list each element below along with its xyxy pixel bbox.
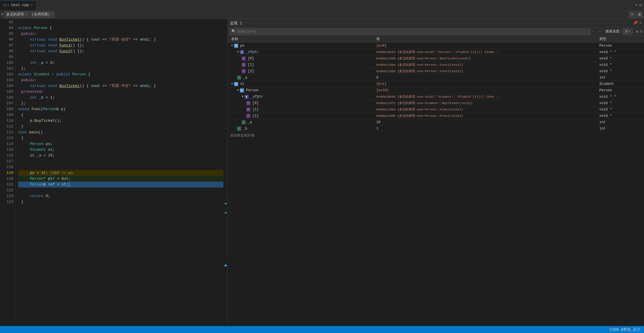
- code-line-93: [18, 19, 223, 25]
- nav-back[interactable]: ←: [593, 29, 595, 34]
- watch-row-ps[interactable]: P ps {a=0} Person: [228, 43, 644, 49]
- watch-cell-ps-type: Person: [598, 43, 642, 48]
- watch-cell-ps-vfptr-2-name: ⬡ [2]: [230, 69, 375, 74]
- toolbar-row: ⊞ 多态的原理 ▾ (全局范围) ▾ + ⚙: [0, 10, 644, 19]
- watch-row-ps-vfptr-2[interactable]: ⬡ [2] 0x00a11505 {多态的原理.exe!Person::Func…: [228, 68, 644, 74]
- watch-cell-st-b-value: 1: [375, 126, 598, 131]
- code-line-102: ⊟class Student : public Person {: [18, 72, 223, 77]
- watch-row-ps-vfptr-1[interactable]: ⬡ [1] 0x00a1150a {多态的原理.exe!Person::Func…: [228, 62, 644, 68]
- st-expand[interactable]: [231, 82, 233, 85]
- col-name: 名称: [230, 37, 375, 41]
- code-content[interactable]: ⊟class Person { public: virtual void Buy…: [16, 19, 223, 326]
- watch-cell-st-a-name: i _a: [230, 120, 375, 125]
- watch-cell-st-person-value: {a=10}: [375, 88, 598, 93]
- watch-row-st-vfptr[interactable]: ⧫ _vfptr 0x00a19b48 {多态的原理.exe!void(* St…: [228, 94, 644, 100]
- watch-cell-ps-vfptr-2-value: 0x00a11505 {多态的原理.exe!Person::Func2(void…: [375, 68, 598, 74]
- settings-btn[interactable]: ⚙: [636, 11, 643, 18]
- code-line-115: Student st;: [18, 147, 223, 153]
- watch-toolbar: 🔍 ← → 搜索深度: 3 ▾ ⊞ ⊟: [228, 28, 644, 36]
- ln-106: 106: [0, 95, 13, 101]
- editor-pane: 93 94 95 96 97 98 99 100 101 102 103 104…: [0, 19, 228, 326]
- code-line-117: [18, 159, 223, 164]
- tab-settings-icon[interactable]: ⚙: [639, 3, 642, 8]
- main-content: 93 94 95 96 97 98 99 100 101 102 103 104…: [0, 19, 644, 326]
- code-line-114: Person ps;: [18, 141, 223, 147]
- timing-hint: 已耗时 <= 1ms: [50, 170, 73, 176]
- code-line-112: ⊟int main(): [18, 130, 223, 135]
- ln-123: 123: [0, 193, 13, 199]
- watch-cell-st-vfptr-0-value: 0x00a114f1 {多态的原理.exe!Student::BuyTicket…: [375, 100, 598, 106]
- code-line-109: {: [18, 112, 223, 118]
- watch-cell-st-value: {b=1}: [375, 81, 598, 87]
- nav-fwd[interactable]: →: [598, 29, 601, 34]
- tab-test-cpp[interactable]: C++ test.cpp ×: [0, 0, 37, 10]
- code-line-124: }: [18, 199, 223, 205]
- st-idx-icon-0: ⬡: [246, 101, 250, 105]
- ps-vfptr-2-name: [2]: [248, 69, 254, 73]
- watch-icon-2[interactable]: ⊟: [640, 29, 642, 34]
- code-line-105: protected:: [18, 89, 223, 95]
- watch-row-ps-vfptr-0[interactable]: ⬡ [0] 0x00a11500 {多态的原理.exe!Person::BuyT…: [228, 55, 644, 62]
- ln-95: 95: [0, 31, 13, 37]
- search-icon: 🔍: [231, 29, 236, 34]
- watch-row-st-vfptr-2[interactable]: ⬡ [2] 0x00a11505 {多态的原理.exe!Person::Func…: [228, 113, 644, 119]
- global-scope-dropdown[interactable]: (全局范围) ▾: [30, 11, 55, 18]
- watch-cell-st-vfptr-name: ⧫ _vfptr: [230, 94, 375, 99]
- watch-header-controls: 📌 ×: [633, 21, 642, 26]
- watch-close-icon[interactable]: ×: [639, 21, 642, 26]
- st-vfptr-expand[interactable]: [242, 95, 243, 98]
- ln-97: 97: [0, 43, 13, 48]
- ln-118: 118: [0, 164, 13, 170]
- watch-row-st-person[interactable]: P Person {a=10} Person: [228, 87, 644, 94]
- code-line-116: st._a = 10;: [18, 153, 223, 159]
- add-watch-row[interactable]: 添加要监视的项: [228, 132, 644, 139]
- search-input[interactable]: [237, 30, 588, 34]
- st-vfptr-0-name: [0]: [252, 101, 259, 105]
- watch-row-st-vfptr-0[interactable]: ⬡ [0] 0x00a114f1 {多态的原理.exe!Student::Buy…: [228, 100, 644, 106]
- watch-row-st-b[interactable]: i _b 1 int: [228, 125, 644, 132]
- code-line-99: [18, 54, 223, 60]
- watch-row-st-a[interactable]: i _a 10 int: [228, 119, 644, 125]
- tab-controls: ▾ ⚙: [635, 3, 644, 8]
- ln-101: 101: [0, 66, 13, 72]
- depth-value[interactable]: 3 ▾: [623, 29, 633, 34]
- ps-expand[interactable]: [231, 44, 233, 47]
- st-a-name: _a: [248, 120, 252, 124]
- ln-108: 108: [0, 106, 13, 112]
- ln-110: 110: [0, 118, 13, 124]
- ln-99: 99: [0, 54, 13, 60]
- watch-cell-ps-vfptr-1-type: void *: [598, 62, 642, 68]
- watch-icon-1[interactable]: ⊞: [636, 29, 638, 34]
- watch-cell-st-person-type: Person: [598, 88, 642, 93]
- add-btn[interactable]: +: [629, 11, 635, 18]
- scope-dropdown[interactable]: 多态的原理 ▾: [4, 11, 28, 18]
- search-box[interactable]: 🔍: [229, 28, 590, 35]
- watch-table[interactable]: P ps {a=0} Person ⧫ _vfptr 0x00a19b34 {多…: [228, 43, 644, 326]
- watch-row-ps-vfptr[interactable]: ⧫ _vfptr 0x00a19b34 {多态的原理.exe!void(* Pe…: [228, 49, 644, 55]
- watch-cell-st-a-type: int: [598, 120, 642, 125]
- st-idx-icon-1: ⬡: [246, 108, 250, 112]
- watch-row-st[interactable]: S st {b=1} Student: [228, 81, 644, 87]
- watch-row-st-vfptr-1[interactable]: ⬡ [1] 0x00a1150a {多态的原理.exe!Person::Func…: [228, 106, 644, 113]
- add-watch-label: 添加要监视的项: [230, 134, 254, 138]
- code-line-94: ⊟class Person {: [18, 25, 223, 31]
- ln-121: 121: [0, 182, 13, 188]
- st-person-expand[interactable]: [237, 89, 239, 92]
- ln-94: 94: [0, 25, 13, 31]
- scrollbar[interactable]: [223, 19, 227, 326]
- watch-pin-icon[interactable]: 📌: [633, 21, 638, 25]
- ln-124: 124: [0, 199, 13, 205]
- code-line-118: [18, 164, 223, 170]
- ln-100: 100: [0, 60, 13, 66]
- ps-vfptr-expand[interactable]: [237, 50, 239, 54]
- tab-close-icon[interactable]: ×: [31, 3, 33, 7]
- tab-dropdown-icon[interactable]: ▾: [635, 3, 637, 8]
- idx-icon-2: ⬡: [242, 69, 246, 73]
- watch-cell-ps-vfptr-0-type: void *: [598, 56, 642, 61]
- scroll-indicator-3: [225, 265, 227, 266]
- depth-num: 3: [625, 30, 627, 34]
- ln-103: 103: [0, 77, 13, 83]
- watch-row-ps-a[interactable]: i _a 0 int: [228, 74, 644, 81]
- watch-cell-ps-a-type: int: [598, 75, 642, 80]
- ln-104: 104: [0, 83, 13, 89]
